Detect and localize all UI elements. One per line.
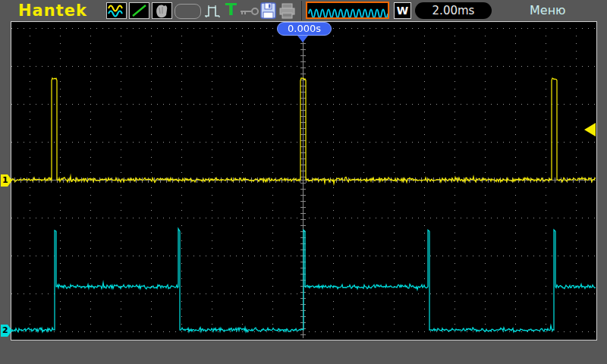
trigger-position-arrow [297, 36, 308, 42]
waveform-canvas [11, 22, 596, 338]
waveform-display: 0.000s 1 2 [11, 21, 597, 340]
toolbar-divider [301, 1, 302, 20]
status-outline-box [175, 4, 201, 19]
key-lock-icon [239, 5, 259, 20]
trigger-position-tag[interactable]: 0.000s [277, 22, 332, 36]
hand-icon[interactable] [152, 2, 172, 19]
window-mode-badge: W [394, 2, 411, 19]
top-toolbar: Hantek T [0, 0, 607, 21]
trigger-source-wave-path [309, 10, 388, 18]
pulse-width-icon [203, 3, 223, 22]
save-icon[interactable] [260, 2, 276, 22]
print-icon[interactable] [278, 3, 296, 22]
status-bar: DC 20 2.00V DC 20 2.00V CH1 2.56V 60.000… [0, 340, 607, 364]
timebase-readout: 2.00ms [415, 2, 492, 19]
ch2-position-marker[interactable]: 2 [1, 325, 12, 337]
trigger-indicator: T [225, 0, 237, 19]
channel-waves-icon[interactable] [106, 2, 127, 19]
menu-button[interactable]: Меню [530, 3, 566, 17]
line-slope-icon[interactable] [129, 2, 149, 19]
brand-logo: Hantek [18, 2, 87, 20]
trigger-source-waveform-icon [306, 2, 389, 19]
ch1-position-marker[interactable]: 1 [1, 174, 12, 187]
